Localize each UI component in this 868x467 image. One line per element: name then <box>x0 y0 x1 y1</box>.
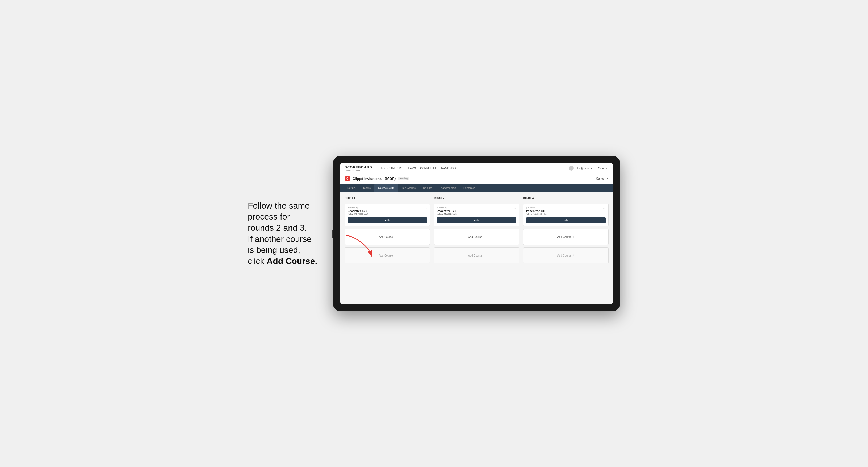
plus-icon-6: + <box>572 254 574 257</box>
nav-links: TOURNAMENTS TEAMS COMMITTEE RANKINGS <box>381 167 564 170</box>
tournament-header: C Clippd Invitational (Men) Hosting Canc… <box>340 174 613 184</box>
round-2-edit-button[interactable]: Edit <box>437 217 516 223</box>
round-3-course-card: ○ (Course A) Peachtree GC Yellow (M) (66… <box>523 204 609 226</box>
user-email: blair@clippd.io <box>576 167 593 170</box>
nav-separator: | <box>595 167 596 170</box>
hosting-badge: Hosting <box>398 177 409 180</box>
tab-details[interactable]: Details <box>344 184 359 192</box>
tournament-name: Clippd Invitational <box>352 177 383 181</box>
nav-rankings[interactable]: RANKINGS <box>441 167 456 170</box>
instruction-text: Follow the sameprocess forrounds 2 and 3… <box>248 200 322 267</box>
nav-tournaments[interactable]: TOURNAMENTS <box>381 167 402 170</box>
tab-leaderboards[interactable]: Leaderboards <box>436 184 460 192</box>
tablet-frame: SCOREBOARD Powered by clippd TOURNAMENTS… <box>333 156 620 311</box>
tab-results[interactable]: Results <box>420 184 436 192</box>
logo-text: SCOREBOARD <box>345 165 372 169</box>
tournament-info: C Clippd Invitational (Men) Hosting <box>345 176 409 182</box>
tab-teams[interactable]: Teams <box>359 184 374 192</box>
cancel-button[interactable]: Cancel ✕ <box>596 177 609 180</box>
round-2-label: Round 2 <box>434 196 519 199</box>
plus-icon-5: + <box>572 235 574 239</box>
round-2-add-course-text-2: Add Course + <box>468 254 485 257</box>
round-2-remove-button[interactable]: ○ <box>513 206 517 210</box>
plus-icon-2: + <box>394 254 396 257</box>
round-3-add-course-2: Add Course + <box>523 247 609 263</box>
round-1-add-course-text-1: Add Course + <box>379 235 396 239</box>
round-2-add-course-2: Add Course + <box>434 247 519 263</box>
plus-icon-3: + <box>483 235 485 239</box>
round-1-label: Round 1 <box>345 196 430 199</box>
round-2-course-name: Peachtree GC <box>437 210 516 213</box>
round-2-add-course-1[interactable]: Add Course + <box>434 229 519 245</box>
round-1-course-tag: (Course A) <box>347 207 427 209</box>
round-1-remove-button[interactable]: ○ <box>423 206 428 210</box>
round-1-course-details: Yellow (M) (6629 yds) <box>347 213 427 215</box>
page-wrapper: Follow the sameprocess forrounds 2 and 3… <box>248 156 620 311</box>
user-area: blair@clippd.io | Sign out <box>569 166 609 170</box>
tablet-screen: SCOREBOARD Powered by clippd TOURNAMENTS… <box>340 163 613 304</box>
round-2-course-tag: (Course A) <box>437 207 516 209</box>
round-3-course-tag: (Course A) <box>526 207 606 209</box>
plus-icon-1: + <box>394 235 396 239</box>
tab-tee-groups[interactable]: Tee Groups <box>398 184 420 192</box>
rounds-grid: Round 1 ○ (Course A) Peachtree GC Yellow… <box>345 196 609 263</box>
logo-area: SCOREBOARD Powered by clippd <box>345 165 372 171</box>
round-1-add-course-1[interactable]: Add Course + <box>345 229 430 245</box>
round-1-course-name: Peachtree GC <box>347 210 427 213</box>
round-2-add-course-text-1: Add Course + <box>468 235 485 239</box>
round-1-column: Round 1 ○ (Course A) Peachtree GC Yellow… <box>345 196 430 263</box>
round-3-add-course-1[interactable]: Add Course + <box>523 229 609 245</box>
sign-out-link[interactable]: Sign out <box>598 167 609 170</box>
tournament-gender: (Men) <box>385 176 396 181</box>
round-3-add-course-text-2: Add Course + <box>557 254 574 257</box>
round-1-edit-button[interactable]: Edit <box>347 217 427 223</box>
round-1-add-course-text-2: Add Course + <box>379 254 396 257</box>
round-3-course-name: Peachtree GC <box>526 210 606 213</box>
nav-teams[interactable]: TEAMS <box>406 167 416 170</box>
tab-course-setup[interactable]: Course Setup <box>374 184 398 192</box>
top-nav: SCOREBOARD Powered by clippd TOURNAMENTS… <box>340 163 613 174</box>
round-3-label: Round 3 <box>523 196 609 199</box>
cancel-x-icon: ✕ <box>606 177 609 180</box>
round-1-course-card: ○ (Course A) Peachtree GC Yellow (M) (66… <box>345 204 430 226</box>
nav-committee[interactable]: COMMITTEE <box>420 167 437 170</box>
tablet-side-button <box>332 230 333 238</box>
round-1-add-course-2: Add Course + <box>345 247 430 263</box>
round-2-column: Round 2 ○ (Course A) Peachtree GC Yellow… <box>434 196 519 263</box>
round-3-add-course-text-1: Add Course + <box>557 235 574 239</box>
plus-icon-4: + <box>483 254 485 257</box>
tabs-bar: Details Teams Course Setup Tee Groups Re… <box>340 184 613 192</box>
round-3-course-details: Yellow (M) (6629 yds) <box>526 213 606 215</box>
main-content: Round 1 ○ (Course A) Peachtree GC Yellow… <box>340 192 613 304</box>
round-2-course-card: ○ (Course A) Peachtree GC Yellow (M) (66… <box>434 204 519 226</box>
round-3-remove-button[interactable]: ○ <box>602 206 606 210</box>
tab-printables[interactable]: Printables <box>460 184 479 192</box>
user-avatar <box>569 166 574 170</box>
round-3-edit-button[interactable]: Edit <box>526 217 606 223</box>
tournament-logo-icon: C <box>345 176 350 182</box>
round-2-course-details: Yellow (M) (6629 yds) <box>437 213 516 215</box>
logo-sub: Powered by clippd <box>345 169 372 171</box>
round-3-column: Round 3 ○ (Course A) Peachtree GC Yellow… <box>523 196 609 263</box>
